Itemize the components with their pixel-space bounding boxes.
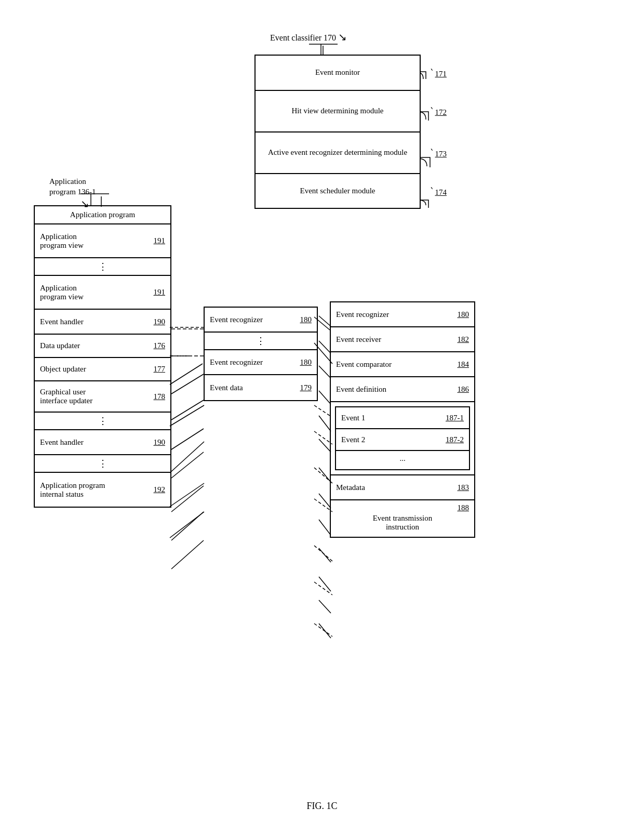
svg-line-6 — [170, 364, 203, 385]
er-large-definition: Event definition 186 Event 1 187-1 Event… — [331, 377, 474, 475]
dots-row-2: ⋮ — [35, 413, 170, 430]
ref-174: ‵ 174 — [431, 184, 447, 198]
app-program-header: Application program — [35, 206, 170, 224]
svg-line-42 — [319, 600, 331, 613]
er-large-transmission: 188 Event transmissioninstruction — [331, 500, 474, 537]
event-sub-box: Event 1 187-1 Event 2 187-2 ... — [335, 406, 470, 470]
svg-line-27 — [171, 452, 204, 478]
event-handler-row-2: Event handler 190 — [35, 430, 170, 455]
er-large-metadata: Metadata 183 — [331, 475, 474, 500]
svg-line-32 — [319, 341, 331, 353]
gui-updater-row: Graphical userinterface updater 178 — [35, 381, 170, 413]
svg-line-37 — [319, 468, 331, 482]
data-updater-row: Data updater 176 — [35, 335, 170, 358]
svg-line-34 — [319, 391, 331, 404]
svg-line-28 — [171, 486, 204, 512]
svg-line-10 — [170, 512, 204, 538]
svg-line-26 — [171, 429, 204, 449]
app-program-box: Application program Applicationprogram v… — [34, 205, 171, 508]
dots-row-3: ⋮ — [35, 455, 170, 473]
svg-line-35 — [319, 416, 331, 431]
svg-line-9 — [170, 483, 204, 507]
svg-line-31 — [319, 316, 331, 326]
svg-line-30 — [171, 540, 204, 569]
event-sub-dots: ... — [336, 451, 469, 469]
event-handler-row-1: Event handler 190 — [35, 310, 170, 335]
app-internal-status-row: Application programinternal status 192 — [35, 473, 170, 507]
event-classifier-label: Event classifier 170 ↘ — [270, 30, 347, 44]
er-small-event-data: Event data 179 — [205, 375, 317, 400]
er-large-header: Event recognizer 180 — [331, 302, 474, 327]
event-recognizer-large-box: Event recognizer 180 Event receiver 182 … — [330, 301, 475, 538]
svg-line-40 — [319, 548, 331, 562]
svg-line-8 — [170, 442, 204, 473]
ref-171: ‵ 171 — [431, 66, 447, 79]
svg-line-24 — [171, 374, 204, 394]
object-updater-row: Object updater 177 — [35, 358, 170, 381]
app-view-row-1: Applicationprogram view 191 — [35, 224, 170, 258]
svg-line-43 — [319, 624, 331, 638]
event-def-header: Event definition 186 — [331, 377, 474, 402]
svg-line-33 — [319, 366, 331, 378]
diagram: Event classifier 170 ↘ Event monitor ‵ 1… — [0, 0, 644, 835]
svg-line-41 — [319, 577, 331, 591]
ref-172: ‵ 172 — [431, 104, 447, 118]
ref-173: ‵ 173 — [431, 146, 447, 160]
svg-line-16 — [314, 582, 332, 595]
event1-row: Event 1 187-1 — [336, 407, 469, 429]
er-large-receiver: Event receiver 182 — [331, 327, 474, 352]
svg-line-17 — [314, 624, 332, 637]
er-small-row-1: Event recognizer 180 — [205, 308, 317, 333]
event-classifier-box: Event monitor ‵ 171 Hit view determining… — [254, 55, 421, 209]
event-scheduler-row: Event scheduler module ‵ 174 — [256, 174, 420, 208]
dots-row-1: ⋮ — [35, 258, 170, 276]
svg-line-38 — [319, 494, 331, 508]
svg-line-25 — [171, 400, 204, 420]
svg-line-39 — [319, 520, 331, 535]
svg-line-11 — [314, 405, 330, 416]
event-recognizer-small-box: Event recognizer 180 ⋮ Event recognizer … — [204, 307, 318, 401]
svg-line-36 — [319, 439, 331, 452]
hit-view-row: Hit view determining module ‵ 172 — [256, 91, 420, 132]
svg-line-15 — [314, 546, 332, 561]
active-event-row: Active event recognizer determining modu… — [256, 132, 420, 174]
fig-caption: FIG. 1C — [0, 801, 644, 812]
app-view-row-2: Applicationprogram view 191 — [35, 276, 170, 310]
svg-line-29 — [171, 512, 204, 540]
er-small-row-2: Event recognizer 180 — [205, 350, 317, 375]
svg-line-7 — [170, 405, 204, 426]
event2-row: Event 2 187-2 — [336, 429, 469, 451]
event-monitor-row: Event monitor ‵ 171 — [256, 56, 420, 91]
er-large-comparator: Event comparator 184 — [331, 352, 474, 377]
er-small-dots: ⋮ — [205, 333, 317, 350]
